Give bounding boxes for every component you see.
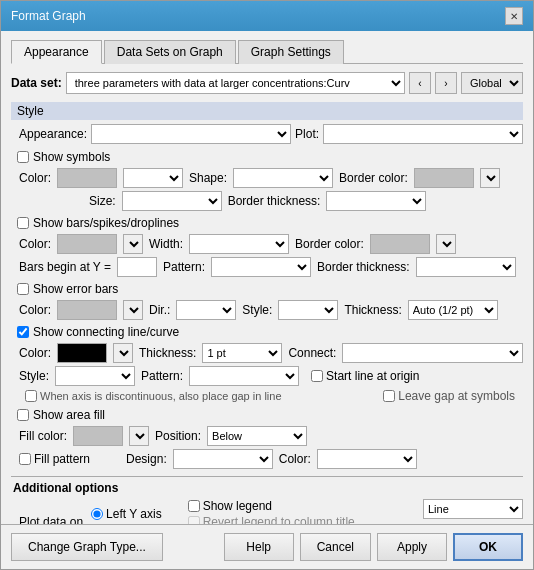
bottom-bar: Change Graph Type... Help Cancel Apply O… <box>1 524 533 569</box>
error-color-picker[interactable] <box>57 300 117 320</box>
bars-width-select[interactable] <box>189 234 289 254</box>
show-area-fill-checkbox[interactable] <box>17 409 29 421</box>
tab-datasets[interactable]: Data Sets on Graph <box>104 40 236 64</box>
leave-gap-checkbox[interactable] <box>383 390 395 402</box>
connecting-connect-select[interactable] <box>342 343 523 363</box>
appearance-select[interactable] <box>91 124 291 144</box>
connecting-pattern-label: Pattern: <box>141 369 183 383</box>
additional-section: Additional options Plot data on Left Y a… <box>11 476 523 524</box>
symbols-size-row: Size: Border thickness: <box>11 191 523 211</box>
dataset-label: Data set: <box>11 76 62 90</box>
revert-legend-checkbox[interactable] <box>188 516 200 524</box>
tab-settings[interactable]: Graph Settings <box>238 40 344 64</box>
close-button[interactable]: ✕ <box>505 7 523 25</box>
bars-border-color-label: Border color: <box>295 237 364 251</box>
fill-position-select[interactable]: Below <box>207 426 307 446</box>
error-style-label: Style: <box>242 303 272 317</box>
connecting-style-row: Style: Pattern: Start line at origin <box>11 366 523 386</box>
symbols-border-thickness-label: Border thickness: <box>228 194 321 208</box>
revert-legend-text: Revert legend to column title <box>203 515 355 524</box>
bars-color-picker[interactable] <box>57 234 117 254</box>
connecting-pattern-select[interactable] <box>189 366 299 386</box>
fill-color-picker[interactable] <box>73 426 123 446</box>
dataset-select[interactable]: three parameters with data at larger con… <box>66 72 405 94</box>
title-bar: Format Graph ✕ <box>1 1 533 31</box>
show-bars-section: Show bars/spikes/droplines <box>11 214 523 232</box>
fill-color-label: Fill color: <box>19 429 67 443</box>
bars-begin-input[interactable] <box>117 257 157 277</box>
symbols-color-label: Color: <box>19 171 51 185</box>
connecting-color-select[interactable] <box>113 343 133 363</box>
error-dir-select[interactable] <box>176 300 236 320</box>
bars-color-select[interactable] <box>123 234 143 254</box>
line-type-select[interactable]: Line <box>423 499 523 519</box>
left-y-text: Left Y axis <box>106 507 162 521</box>
symbols-color-row: Color: Shape: Border color: <box>11 168 523 188</box>
symbols-shape-select[interactable] <box>233 168 333 188</box>
show-connecting-checkbox[interactable] <box>17 326 29 338</box>
bars-width-label: Width: <box>149 237 183 251</box>
fill-pattern-label: Fill pattern <box>34 452 90 466</box>
error-style-select[interactable] <box>278 300 338 320</box>
bars-pattern-label: Pattern: <box>163 260 205 274</box>
bars-border-color-picker[interactable] <box>370 234 430 254</box>
connecting-color-row: Color: Thickness: 1 pt Connect: <box>11 343 523 363</box>
error-thickness-select[interactable]: Auto (1/2 pt) <box>408 300 498 320</box>
symbols-shape-label: Shape: <box>189 171 227 185</box>
cancel-button[interactable]: Cancel <box>300 533 371 561</box>
revert-legend-label: Revert legend to column title <box>188 515 376 524</box>
bars-border-thickness-label: Border thickness: <box>317 260 410 274</box>
symbols-border-thickness-select[interactable] <box>326 191 426 211</box>
fill-design-select[interactable] <box>173 449 273 469</box>
show-area-fill-label: Show area fill <box>33 408 105 422</box>
start-line-checkbox[interactable] <box>311 370 323 382</box>
fill-color-select[interactable] <box>129 426 149 446</box>
plot-data-label: Plot data on <box>19 515 83 524</box>
symbols-size-label: Size: <box>89 194 116 208</box>
plot-select[interactable] <box>323 124 523 144</box>
symbols-border-color-select[interactable] <box>480 168 500 188</box>
show-connecting-section: Show connecting line/curve <box>11 323 523 341</box>
bars-begin-row: Bars begin at Y = Pattern: Border thickn… <box>11 257 523 277</box>
show-legend-label: Show legend <box>188 499 376 513</box>
apply-button[interactable]: Apply <box>377 533 447 561</box>
bars-border-color-select[interactable] <box>436 234 456 254</box>
help-button[interactable]: Help <box>224 533 294 561</box>
style-appearance-row: Appearance: Plot: <box>11 124 523 144</box>
show-legend-checkbox[interactable] <box>188 500 200 512</box>
format-graph-window: Format Graph ✕ Appearance Data Sets on G… <box>0 0 534 570</box>
bars-pattern-select[interactable] <box>211 257 311 277</box>
bars-border-thickness-select[interactable] <box>416 257 516 277</box>
fill-design-color-select[interactable] <box>317 449 417 469</box>
dataset-row: Data set: three parameters with data at … <box>11 72 523 94</box>
show-symbols-checkbox[interactable] <box>17 151 29 163</box>
symbols-border-color-label: Border color: <box>339 171 408 185</box>
change-graph-button[interactable]: Change Graph Type... <box>11 533 163 561</box>
symbols-color-picker[interactable] <box>57 168 117 188</box>
symbols-border-color-picker[interactable] <box>414 168 474 188</box>
style-header: Style <box>11 102 523 120</box>
discontinued-checkbox[interactable] <box>25 390 37 402</box>
connecting-connect-label: Connect: <box>288 346 336 360</box>
tab-appearance[interactable]: Appearance <box>11 40 102 64</box>
symbols-size-select[interactable] <box>122 191 222 211</box>
left-y-radio[interactable] <box>91 508 103 520</box>
fill-pattern-row: Fill pattern Design: Color: <box>11 449 523 469</box>
global-select[interactable]: Global <box>461 72 523 94</box>
fill-pattern-checkbox-label: Fill pattern <box>19 452 90 466</box>
connecting-style-select[interactable] <box>55 366 135 386</box>
dataset-next-button[interactable]: › <box>435 72 457 94</box>
show-bars-label: Show bars/spikes/droplines <box>33 216 179 230</box>
ok-button[interactable]: OK <box>453 533 523 561</box>
show-bars-checkbox[interactable] <box>17 217 29 229</box>
dataset-prev-button[interactable]: ‹ <box>409 72 431 94</box>
window-title: Format Graph <box>11 9 86 23</box>
error-color-select[interactable] <box>123 300 143 320</box>
plot-label: Plot: <box>295 127 319 141</box>
fill-color-row: Fill color: Position: Below <box>11 426 523 446</box>
connecting-thickness-select[interactable]: 1 pt <box>202 343 282 363</box>
show-error-bars-checkbox[interactable] <box>17 283 29 295</box>
symbols-color-select[interactable] <box>123 168 183 188</box>
fill-pattern-checkbox[interactable] <box>19 453 31 465</box>
connecting-color-picker[interactable] <box>57 343 107 363</box>
